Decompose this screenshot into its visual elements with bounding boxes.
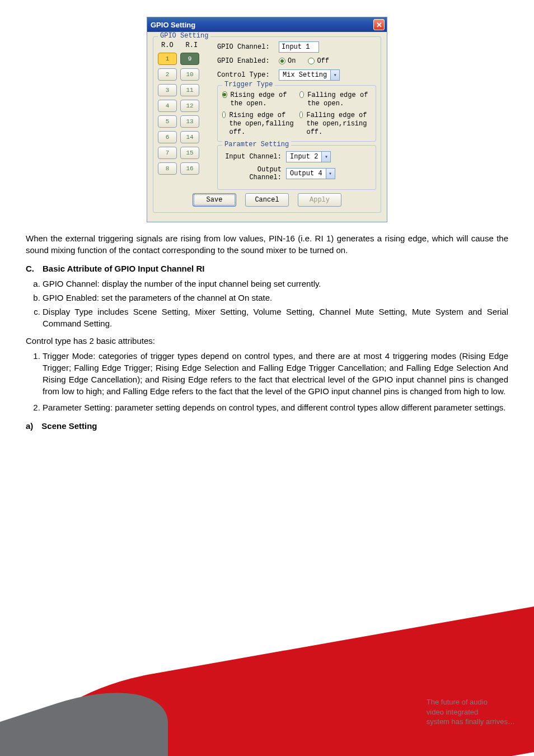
cancel-button-label: Cancel bbox=[255, 196, 279, 204]
control-type-value: Mix Setting bbox=[279, 71, 330, 79]
enabled-off-text: Off bbox=[317, 57, 329, 65]
trigger-opt-2-text: Falling edge of the open. bbox=[307, 91, 371, 108]
output-channel-label: Output Channel: bbox=[222, 166, 286, 181]
gpio-setting-fieldset: GPIO Setting R.O R.I 1 9 bbox=[153, 36, 381, 213]
close-icon: ✕ bbox=[376, 21, 382, 29]
header-ri: R.I bbox=[186, 41, 198, 49]
list-item-1: Trigger Mode: categories of trigger type… bbox=[43, 350, 508, 397]
control-type-select[interactable]: Mix Setting ▾ bbox=[279, 69, 340, 81]
footer-red-shape bbox=[41, 595, 534, 756]
ro-button-5[interactable]: 5 bbox=[158, 115, 177, 128]
ri-button-12[interactable]: 12 bbox=[180, 100, 199, 112]
trigger-type-legend: Trigger Type bbox=[222, 81, 275, 88]
ro-button-7[interactable]: 7 bbox=[158, 147, 177, 159]
trigger-opt-2[interactable]: Falling edge of the open. bbox=[299, 91, 371, 108]
dialog-title: GPIO Setting bbox=[151, 21, 195, 29]
save-button[interactable]: Save bbox=[193, 193, 236, 207]
gpio-setting-dialog: GPIO Setting ✕ GPIO Setting R.O R.I bbox=[147, 17, 387, 222]
trigger-opt-3[interactable]: Rising edge of the open,falling off. bbox=[222, 111, 294, 137]
parameter-setting-fieldset: Paramter Setting Input Channel: Input 2 … bbox=[217, 145, 376, 190]
radio-icon bbox=[299, 111, 303, 118]
radio-off-icon bbox=[308, 58, 315, 64]
paragraph-after-dialog: When the external triggering signals are… bbox=[26, 232, 508, 256]
trigger-opt-1-text: Rising edge of the open. bbox=[231, 91, 294, 108]
enabled-on-radio[interactable]: On bbox=[279, 57, 296, 65]
chevron-down-icon: ▾ bbox=[321, 152, 330, 162]
ro-button-1[interactable]: 1 bbox=[158, 53, 177, 65]
trigger-opt-4[interactable]: Falling edge of the open,rising off. bbox=[299, 111, 371, 137]
list-12: Trigger Mode: categories of trigger type… bbox=[26, 350, 508, 413]
ro-button-8[interactable]: 8 bbox=[158, 162, 177, 175]
ro-button-2[interactable]: 2 bbox=[158, 68, 177, 81]
ri-button-9[interactable]: 9 bbox=[180, 53, 199, 65]
radio-icon bbox=[222, 111, 226, 118]
trigger-type-fieldset: Trigger Type Rising edge of the open. Fa… bbox=[217, 85, 376, 142]
list-item-a: GPIO Channel: display the number of the … bbox=[43, 278, 508, 290]
footer-line-3: system has finally arrives… bbox=[427, 717, 515, 726]
apply-button-label: Apply bbox=[310, 196, 330, 204]
ri-button-13[interactable]: 13 bbox=[180, 115, 199, 128]
document-body: When the external triggering signals are… bbox=[0, 232, 534, 432]
radio-on-icon bbox=[279, 58, 285, 64]
trigger-opt-3-text: Rising edge of the open,falling off. bbox=[229, 111, 294, 137]
control-type-intro: Control type has 2 basic attributes: bbox=[26, 335, 508, 347]
ro-button-6[interactable]: 6 bbox=[158, 131, 177, 143]
list-item-2: Parameter Setting: parameter setting dep… bbox=[43, 402, 508, 413]
cancel-button[interactable]: Cancel bbox=[245, 193, 289, 207]
ro-button-3[interactable]: 3 bbox=[158, 84, 177, 96]
ri-button-14[interactable]: 14 bbox=[180, 131, 199, 143]
header-ro: R.O bbox=[161, 41, 174, 49]
parameter-setting-legend: Paramter Setting bbox=[222, 141, 291, 148]
ri-button-11[interactable]: 11 bbox=[180, 84, 199, 96]
enabled-off-radio[interactable]: Off bbox=[308, 57, 329, 65]
scene-setting-title: a) Scene Setting bbox=[26, 420, 508, 432]
gpio-enabled-label: GPIO Enabled: bbox=[217, 57, 279, 65]
gpio-channel-input[interactable] bbox=[279, 41, 319, 53]
trigger-opt-4-text: Falling edge of the open,rising off. bbox=[306, 111, 371, 137]
output-channel-value: Output 4 bbox=[287, 170, 326, 178]
trigger-opt-1[interactable]: Rising edge of the open. bbox=[222, 91, 294, 108]
ri-button-15[interactable]: 15 bbox=[180, 147, 199, 159]
footer-grey-shape bbox=[0, 668, 168, 756]
control-type-label: Control Type: bbox=[217, 71, 279, 79]
input-channel-value: Input 2 bbox=[287, 153, 321, 161]
footer-slogan: The future of audio video integrated sys… bbox=[418, 697, 515, 727]
output-channel-select[interactable]: Output 4 ▾ bbox=[286, 168, 335, 179]
footer-decoration: The future of audio video integrated sys… bbox=[0, 588, 534, 756]
footer-accent-bar bbox=[418, 699, 420, 725]
dialog-titlebar[interactable]: GPIO Setting ✕ bbox=[147, 17, 387, 32]
apply-button: Apply bbox=[298, 193, 341, 207]
save-button-label: Save bbox=[207, 196, 223, 204]
ri-button-16[interactable]: 16 bbox=[180, 162, 199, 175]
ro-button-4[interactable]: 4 bbox=[158, 100, 177, 112]
ri-button-10[interactable]: 10 bbox=[180, 68, 199, 81]
chevron-down-icon: ▾ bbox=[326, 169, 335, 179]
fieldset-legend: GPIO Setting bbox=[158, 32, 210, 40]
channel-buttons-panel: R.O R.I 1 9 2 10 bbox=[158, 41, 212, 190]
close-button[interactable]: ✕ bbox=[373, 19, 385, 30]
radio-icon bbox=[299, 91, 304, 98]
footer-line-1: The future of audio bbox=[427, 698, 488, 706]
footer-line-2: video integrated bbox=[427, 708, 479, 716]
section-c-title: C. Basic Attribute of GPIO Input Channel… bbox=[26, 263, 508, 274]
list-item-b: GPIO Enabled: set the parameters of the … bbox=[43, 292, 508, 304]
enabled-on-text: On bbox=[288, 57, 296, 65]
gpio-channel-label: GPIO Channel: bbox=[217, 43, 279, 51]
list-item-c: Display Type includes Scene Setting, Mix… bbox=[43, 306, 508, 329]
chevron-down-icon: ▾ bbox=[330, 70, 339, 80]
input-channel-label: Input Channel: bbox=[222, 153, 286, 161]
radio-icon bbox=[222, 91, 227, 98]
list-abc: GPIO Channel: display the number of the … bbox=[26, 278, 508, 329]
input-channel-select[interactable]: Input 2 ▾ bbox=[286, 151, 331, 162]
